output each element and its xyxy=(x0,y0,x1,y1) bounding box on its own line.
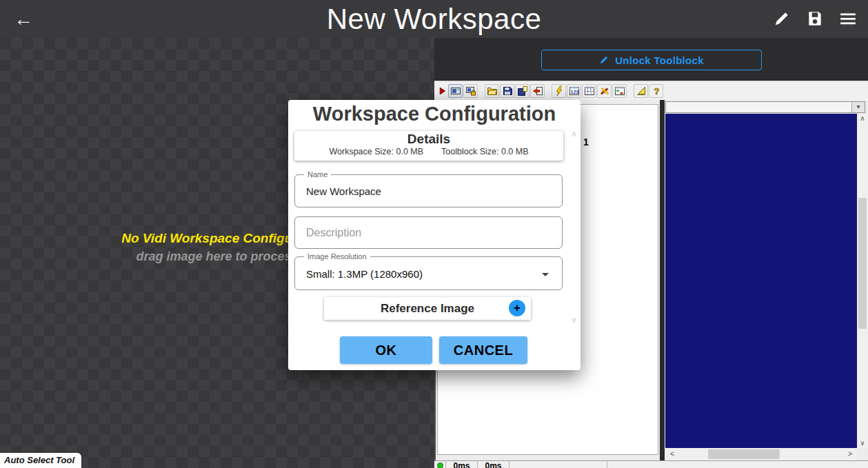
run-icon[interactable] xyxy=(437,84,447,98)
unlock-section: Unlock Toolblock xyxy=(434,38,868,81)
details-heading: Details xyxy=(294,131,563,147)
app-root: ← New Workspace No Vidi Workspace Config… xyxy=(0,0,868,468)
display-icon[interactable] xyxy=(448,84,463,98)
open-icon[interactable] xyxy=(485,84,499,98)
svg-text:123: 123 xyxy=(570,90,578,94)
help-icon[interactable]: ? xyxy=(649,84,663,98)
save-toolblock-icon[interactable] xyxy=(500,84,514,98)
svg-text:?: ? xyxy=(654,86,659,96)
status-time-1: 0ms xyxy=(446,461,478,468)
table-query-icon[interactable] xyxy=(582,84,596,98)
resolution-selected-value: Small: 1.3MP (1280x960) xyxy=(306,257,423,291)
vertical-scroll-thumb[interactable] xyxy=(858,198,867,329)
import-icon[interactable] xyxy=(530,84,545,98)
table-props-icon[interactable] xyxy=(612,84,627,98)
workspace-size-text: Workspace Size: 0.0 MB xyxy=(329,147,423,156)
tool-indicator-badge: Auto Select Tool xyxy=(0,453,81,468)
workspace-config-dialog: Workspace Configuration Details Workspac… xyxy=(288,100,581,370)
resolution-field-group[interactable]: Image Resolution Small: 1.3MP (1280x960) xyxy=(294,256,563,290)
dropdown-arrow-icon xyxy=(542,273,549,276)
tools-icon[interactable] xyxy=(597,84,612,98)
topbar: ← New Workspace xyxy=(0,0,868,38)
flash-icon[interactable] xyxy=(552,84,566,98)
combo-dropdown-icon[interactable]: ▾ xyxy=(851,102,865,112)
status-message-cell xyxy=(607,461,868,468)
description-input[interactable] xyxy=(295,217,562,248)
toolblock-size-text: Toolblock Size: 0.0 MB xyxy=(441,147,528,156)
pencil-icon xyxy=(599,55,609,65)
toolblock-toolbar: 123 ? xyxy=(434,81,868,100)
ok-button[interactable]: OK xyxy=(340,336,432,364)
image-display-view[interactable] xyxy=(665,114,857,448)
status-ok-dot xyxy=(437,462,443,468)
image-select-combo[interactable]: ▾ xyxy=(665,101,865,113)
reference-image-label: Reference Image xyxy=(381,302,474,316)
dialog-scroll-down-icon: ∨ xyxy=(571,315,577,325)
display-lock-icon[interactable] xyxy=(463,84,478,98)
menu-icon[interactable] xyxy=(838,8,858,29)
unlock-toolblock-button[interactable]: Unlock Toolblock xyxy=(541,50,762,70)
status-bar: 0ms 0ms xyxy=(434,460,868,468)
dialog-title: Workspace Configuration xyxy=(288,103,581,125)
scroll-down-icon[interactable]: ∨ xyxy=(857,438,868,448)
add-reference-image-button[interactable]: + xyxy=(509,300,525,316)
topbar-actions xyxy=(771,8,858,29)
page-title: New Workspace xyxy=(0,0,868,38)
tool-list-item[interactable]: 1 xyxy=(583,136,589,147)
panel-splitter[interactable] xyxy=(660,100,665,460)
details-card: Details Workspace Size: 0.0 MB Toolblock… xyxy=(294,131,563,161)
measure-icon[interactable] xyxy=(634,84,648,98)
status-indicator-cell xyxy=(434,461,446,468)
table-123-icon[interactable]: 123 xyxy=(567,84,581,98)
description-field-group xyxy=(294,216,563,249)
edit-icon[interactable] xyxy=(771,8,792,29)
cancel-button[interactable]: CANCEL xyxy=(439,336,527,364)
dialog-scroll-up-icon: ∧ xyxy=(571,129,577,139)
name-field-group: Name xyxy=(294,174,563,207)
scroll-up-icon[interactable]: ∧ xyxy=(857,114,868,123)
save-as-icon[interactable] xyxy=(515,84,529,98)
status-spacer-cell xyxy=(509,461,607,468)
name-field-label: Name xyxy=(304,170,331,179)
status-time-2: 0ms xyxy=(478,461,509,468)
vertical-scrollbar[interactable]: ∧ ∨ xyxy=(857,114,868,448)
scroll-right-icon[interactable]: > xyxy=(845,448,856,460)
horizontal-scrollbar[interactable]: < > xyxy=(665,448,857,460)
details-sizes: Workspace Size: 0.0 MB Toolblock Size: 0… xyxy=(294,147,563,156)
reference-image-card: Reference Image + xyxy=(324,297,531,320)
horizontal-scroll-thumb[interactable] xyxy=(708,449,780,459)
unlock-toolblock-label: Unlock Toolblock xyxy=(615,54,704,66)
save-icon[interactable] xyxy=(805,8,825,29)
scroll-left-icon[interactable]: < xyxy=(667,448,678,460)
name-input[interactable] xyxy=(295,175,562,207)
